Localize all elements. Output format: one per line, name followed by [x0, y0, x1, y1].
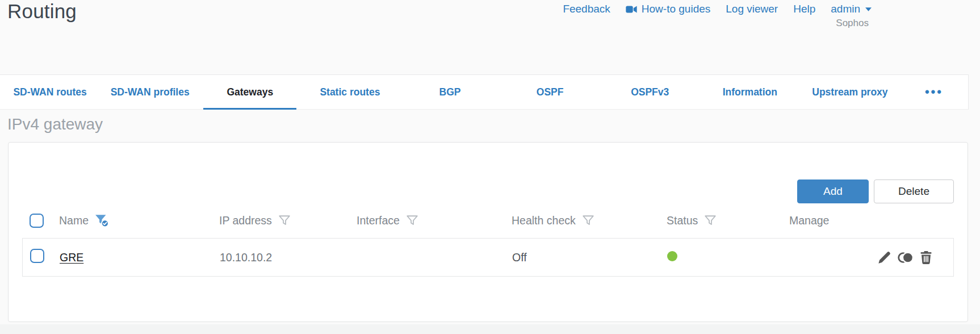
page-title: Routing: [7, 0, 77, 23]
column-header-ip: IP address: [219, 214, 272, 227]
column-header-manage: Manage: [789, 214, 829, 227]
gateway-name-link[interactable]: GRE: [60, 251, 83, 264]
admin-menu[interactable]: admin: [831, 3, 872, 15]
tab-bar: SD-WAN routes SD-WAN profiles Gateways S…: [0, 74, 969, 110]
clone-icon[interactable]: [898, 251, 914, 264]
help-link[interactable]: Help: [793, 3, 815, 15]
page-bottom-band: [0, 324, 980, 334]
tab-more-ellipsis[interactable]: •••: [900, 75, 968, 109]
section-title: IPv4 gateway: [7, 115, 103, 133]
status-dot: [667, 251, 677, 261]
funnel-icon[interactable]: [406, 215, 418, 227]
table-header-row: Name IP address Interface Health check: [22, 203, 954, 238]
tab-bgp[interactable]: BGP: [400, 75, 500, 109]
howto-guides-label: How-to guides: [642, 3, 710, 15]
edit-pencil-icon[interactable]: [878, 250, 891, 264]
gateway-table-card: Add Delete Name IP address Interface: [8, 142, 968, 322]
trash-icon[interactable]: [920, 250, 932, 265]
howto-guides-link[interactable]: How-to guides: [626, 3, 710, 15]
admin-label: admin: [831, 3, 860, 15]
funnel-icon[interactable]: [582, 215, 594, 227]
funnel-icon[interactable]: [278, 215, 291, 227]
tab-gateways[interactable]: Gateways: [200, 75, 300, 109]
tab-ospfv3[interactable]: OSPFv3: [600, 75, 700, 109]
tab-ospf[interactable]: OSPF: [500, 75, 600, 109]
table-row: GRE 10.10.10.2 Off: [22, 238, 954, 277]
add-button[interactable]: Add: [797, 179, 869, 203]
column-header-health-check: Health check: [512, 214, 576, 227]
video-camera-icon: [626, 5, 637, 14]
tab-sdwan-profiles[interactable]: SD-WAN profiles: [100, 75, 200, 109]
brand-label: Sophos: [836, 18, 869, 29]
gateway-ip: 10.10.10.2: [220, 251, 357, 264]
gateway-health-check: Off: [512, 251, 667, 264]
top-nav: Feedback How-to guides Log viewer Help a…: [563, 3, 872, 15]
caret-down-icon: [865, 7, 872, 12]
tab-information[interactable]: Information: [700, 75, 800, 109]
help-label: Help: [793, 3, 815, 15]
select-all-checkbox[interactable]: [30, 214, 44, 228]
row-checkbox[interactable]: [30, 249, 44, 263]
tab-sdwan-routes[interactable]: SD-WAN routes: [0, 75, 100, 109]
funnel-check-icon[interactable]: [95, 214, 110, 228]
column-header-interface: Interface: [357, 214, 400, 227]
log-viewer-label: Log viewer: [726, 3, 778, 15]
column-header-status: Status: [667, 214, 698, 227]
delete-button[interactable]: Delete: [874, 179, 954, 203]
column-header-name: Name: [59, 214, 89, 227]
funnel-icon[interactable]: [704, 215, 717, 227]
tab-upstream-proxy[interactable]: Upstream proxy: [800, 75, 900, 109]
feedback-label: Feedback: [563, 3, 610, 15]
table-toolbar: Add Delete: [22, 179, 954, 203]
tab-static-routes[interactable]: Static routes: [300, 75, 400, 109]
feedback-link[interactable]: Feedback: [563, 3, 610, 15]
log-viewer-link[interactable]: Log viewer: [726, 3, 778, 15]
page-header: Routing Feedback How-to guides Log viewe…: [0, 0, 980, 74]
manage-actions: [790, 250, 953, 265]
